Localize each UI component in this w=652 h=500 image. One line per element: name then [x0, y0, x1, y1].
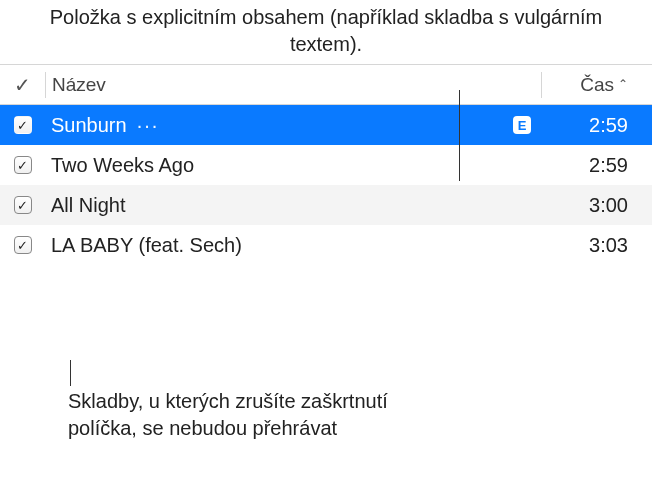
table-row[interactable]: ✓ Two Weeks Ago 2:59: [0, 145, 652, 185]
explicit-badge: E: [513, 116, 531, 134]
song-duration: 2:59: [542, 114, 652, 137]
table-row[interactable]: ✓ Sunburn ··· E 2:59: [0, 105, 652, 145]
header-time-column[interactable]: Čas ⌃: [542, 74, 652, 96]
table-row[interactable]: ✓ LA BABY (feat. Sech) 3:03: [0, 225, 652, 265]
header-check-column[interactable]: ✓: [0, 73, 45, 97]
song-duration: 3:00: [542, 194, 652, 217]
callout-uncheck-skip: Skladby, u kterých zrušíte zaškrtnutí po…: [68, 388, 408, 442]
header-name-column[interactable]: Název: [46, 74, 501, 96]
chevron-up-icon: ⌃: [618, 77, 628, 91]
ellipsis-icon[interactable]: ···: [135, 114, 160, 137]
row-checkbox[interactable]: ✓: [14, 236, 32, 254]
table-row[interactable]: ✓ All Night 3:00: [0, 185, 652, 225]
header-name-label: Název: [52, 74, 106, 96]
check-icon: ✓: [14, 73, 31, 97]
row-checkbox[interactable]: ✓: [14, 196, 32, 214]
row-checkbox[interactable]: ✓: [14, 116, 32, 134]
song-duration: 3:03: [542, 234, 652, 257]
song-duration: 2:59: [542, 154, 652, 177]
callout-leader-line: [70, 360, 71, 386]
header-time-label: Čas: [580, 74, 614, 96]
songs-table: ✓ Název Čas ⌃ ✓ Sunburn ··· E 2:59 ✓: [0, 64, 652, 265]
song-name: LA BABY (feat. Sech): [51, 234, 242, 257]
callout-explicit-content: Položka s explicitním obsahem (například…: [0, 0, 652, 64]
song-name: All Night: [51, 194, 125, 217]
song-name: Two Weeks Ago: [51, 154, 194, 177]
callout-leader-line: [459, 90, 460, 181]
song-name: Sunburn: [51, 114, 127, 137]
row-checkbox[interactable]: ✓: [14, 156, 32, 174]
table-header-row: ✓ Název Čas ⌃: [0, 65, 652, 105]
